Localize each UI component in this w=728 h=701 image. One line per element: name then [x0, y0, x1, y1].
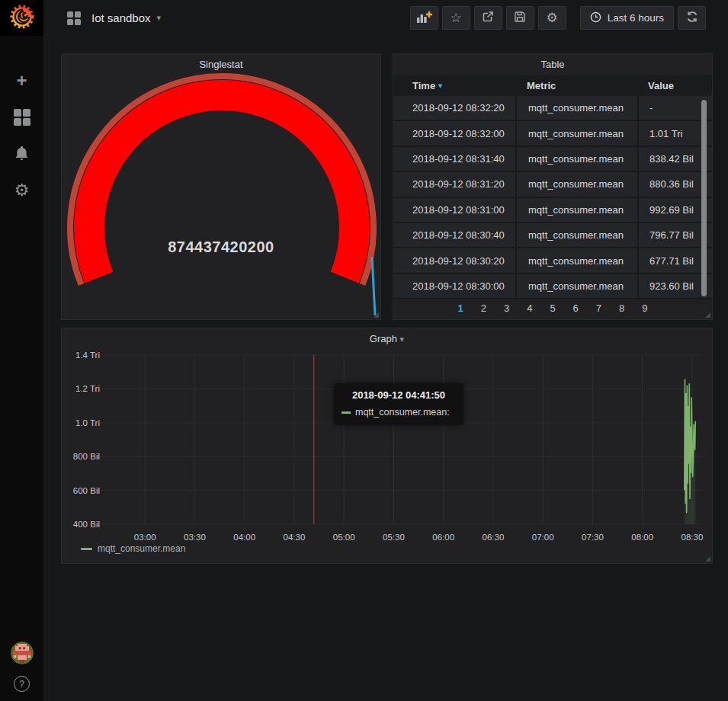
singlestat-value: 874437420200: [62, 238, 380, 256]
cell-metric: mqtt_consumer.mean: [515, 274, 637, 298]
table-panel: Table Time ▾ Metric Value 2018-09-12 08:…: [393, 53, 713, 320]
cell-time: 2018-09-12 08:32:20: [393, 96, 515, 120]
question-mark-icon: ?: [19, 679, 24, 690]
cell-time: 2018-09-12 08:31:40: [393, 147, 515, 171]
navbar: Iot sandbox ▾ ☆: [43, 0, 728, 36]
table-row: 2018-09-12 08:32:00mqtt_consumer.mean1.0…: [393, 121, 712, 146]
settings-button[interactable]: ⚙: [538, 6, 566, 30]
refresh-button[interactable]: [678, 6, 706, 30]
graph-tooltip: 2018-09-12 04:41:50 mqtt_consumer.mean:: [334, 383, 463, 425]
sidebar-alerting-button[interactable]: [7, 144, 37, 164]
sidebar-dashboards-button[interactable]: [7, 107, 37, 127]
page-number-4[interactable]: 4: [527, 302, 532, 314]
dashboard-icon: [67, 11, 81, 25]
time-range-label: Last 6 hours: [608, 12, 664, 24]
table-scrollbar[interactable]: [701, 100, 707, 296]
page-number-9[interactable]: 9: [642, 302, 647, 314]
help-button[interactable]: ?: [14, 676, 30, 692]
table-header: Time ▾ Metric Value: [393, 75, 712, 96]
x-axis-tick-label: 04:00: [227, 533, 262, 542]
table-row: 2018-09-12 08:32:20mqtt_consumer.mean-: [393, 96, 712, 121]
page-number-5[interactable]: 5: [550, 302, 555, 314]
cell-metric: mqtt_consumer.mean: [515, 223, 637, 247]
cell-metric: mqtt_consumer.mean: [515, 121, 637, 145]
share-button[interactable]: [474, 6, 502, 30]
table-pagination: 123456789: [393, 302, 712, 314]
star-button[interactable]: ☆: [442, 6, 470, 30]
save-button[interactable]: [506, 6, 534, 30]
x-axis-tick-label: 05:30: [376, 533, 411, 542]
x-axis-tick-label: 07:30: [575, 533, 610, 542]
table-row: 2018-09-12 08:30:20mqtt_consumer.mean677…: [393, 248, 712, 274]
x-axis-tick-label: 08:00: [625, 533, 660, 542]
y-axis-tick-label: 1.0 Tri: [62, 418, 100, 427]
tooltip-series-color-icon: [342, 411, 351, 414]
legend-item[interactable]: mqtt_consumer.mean: [98, 543, 185, 554]
x-axis-tick-label: 08:30: [675, 533, 710, 542]
cell-time: 2018-09-12 08:30:20: [393, 248, 515, 272]
cell-metric: mqtt_consumer.mean: [515, 198, 637, 222]
table-row: 2018-09-12 08:30:00mqtt_consumer.mean923…: [393, 274, 712, 299]
save-icon: [514, 11, 526, 25]
gear-icon: ⚙: [547, 10, 558, 26]
tooltip-timestamp: 2018-09-12 04:41:50: [342, 389, 456, 401]
panel-resize-handle[interactable]: [374, 312, 379, 318]
dashboard-picker[interactable]: Iot sandbox ▾: [91, 11, 161, 24]
cell-metric: mqtt_consumer.mean: [515, 147, 637, 171]
y-axis-tick-label: 1.2 Tri: [62, 384, 100, 393]
refresh-icon: [686, 11, 698, 25]
legend-color-icon: [81, 548, 92, 550]
table-body: 2018-09-12 08:32:20mqtt_consumer.mean-20…: [393, 96, 712, 299]
plus-icon: +: [16, 73, 27, 88]
column-header-time[interactable]: Time ▾: [393, 80, 515, 91]
grafana-logo-button[interactable]: [0, 0, 43, 36]
cell-metric: mqtt_consumer.mean: [515, 172, 637, 196]
add-panel-button[interactable]: [410, 6, 438, 30]
table-row: 2018-09-12 08:31:40mqtt_consumer.mean838…: [393, 147, 712, 172]
cell-metric: mqtt_consumer.mean: [515, 248, 637, 272]
cell-time: 2018-09-12 08:31:00: [393, 198, 515, 222]
y-axis-tick-label: 600 Bil: [62, 486, 100, 495]
cell-time: 2018-09-12 08:31:20: [393, 172, 515, 196]
x-axis-tick-label: 04:30: [277, 533, 312, 542]
x-axis-tick-label: 06:00: [426, 533, 461, 542]
page-number-8[interactable]: 8: [619, 302, 624, 314]
table-row: 2018-09-12 08:31:00mqtt_consumer.mean992…: [393, 198, 712, 223]
time-range-button[interactable]: Last 6 hours: [580, 6, 674, 30]
gauge-needle: [372, 257, 375, 315]
singlestat-panel-title[interactable]: Singlestat: [62, 54, 380, 75]
column-header-value[interactable]: Value: [637, 80, 712, 91]
graph-canvas: [105, 355, 702, 524]
page-number-7[interactable]: 7: [596, 302, 601, 314]
x-axis-tick-label: 03:00: [127, 533, 162, 542]
gauge: [62, 54, 382, 321]
sidebar: + ⚙: [0, 0, 43, 701]
bell-icon: [14, 145, 30, 164]
page-number-3[interactable]: 3: [504, 302, 509, 314]
dashboard-title: Iot sandbox: [91, 11, 151, 24]
x-axis-tick-label: 05:00: [326, 533, 361, 542]
column-header-metric[interactable]: Metric: [515, 80, 637, 91]
table-panel-title[interactable]: Table: [393, 54, 712, 75]
page-number-2[interactable]: 2: [481, 302, 486, 314]
page-number-6[interactable]: 6: [573, 302, 579, 314]
gear-icon: ⚙: [14, 181, 30, 200]
graph-plot-area[interactable]: [105, 355, 702, 524]
clock-icon: [590, 11, 601, 25]
x-axis-tick-label: 03:30: [177, 533, 212, 542]
cell-time: 2018-09-12 08:30:00: [393, 274, 515, 298]
sidebar-create-button[interactable]: +: [7, 71, 37, 91]
graph-panel-title[interactable]: Graph ▾: [62, 328, 712, 350]
table-row: 2018-09-12 08:31:20mqtt_consumer.mean880…: [393, 172, 712, 197]
panel-resize-handle[interactable]: [705, 312, 710, 318]
cell-metric: mqtt_consumer.mean: [515, 96, 637, 120]
grafana-logo-icon: [9, 4, 35, 33]
sidebar-configuration-button[interactable]: ⚙: [7, 181, 37, 200]
page-number-1[interactable]: 1: [457, 302, 463, 314]
user-avatar[interactable]: [11, 642, 34, 664]
y-axis-tick-label: 800 Bil: [62, 452, 100, 461]
star-icon: ☆: [451, 10, 462, 26]
table-row: 2018-09-12 08:30:40mqtt_consumer.mean796…: [393, 223, 712, 248]
dashboards-icon: [14, 109, 30, 126]
panel-resize-handle[interactable]: [705, 556, 710, 562]
